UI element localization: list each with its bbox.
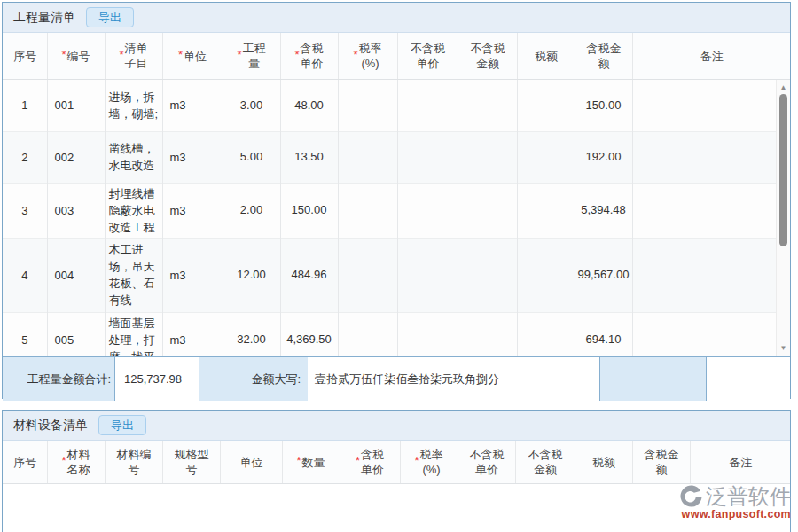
column-header-price: *含税 单价 [340, 441, 400, 484]
column-header-item: *清单 子目 [105, 33, 162, 80]
cell-code: 002 [47, 131, 105, 183]
vertical-scrollbar[interactable]: ▲ ▼ [776, 80, 790, 356]
cell-note [632, 80, 777, 131]
cell-amount: 694.10 [575, 312, 632, 356]
cell-tax-rate [338, 80, 397, 131]
cell-seq: 4 [3, 238, 47, 312]
required-asterisk: * [237, 48, 241, 61]
column-header-qty: *数量 [282, 441, 340, 484]
cell-tax-rate [338, 238, 397, 312]
quantity-list-rows: 1 001 进场，拆墙，砌墙; m3 3.00 48.00 150.00 2 0… [3, 80, 777, 356]
required-asterisk: * [119, 48, 123, 61]
cell-item: 木工进场，吊天花板、石有线 [105, 238, 162, 312]
cell-price-excl [397, 312, 458, 356]
cell-item: 墙面基层处理，打磨，找平 [105, 312, 162, 356]
cell-tax-rate [338, 312, 397, 356]
cell-price: 48.00 [280, 80, 338, 131]
quantity-list-header: 序号 *编号 *清单 子目 *单位 *工程 量 *含税 单价 *税率 (%) 不… [3, 33, 790, 80]
required-asterisk: * [178, 48, 183, 61]
quantity-totals-row: 工程量金额合计: 125,737.98 金额大写: 壹拾贰万伍仟柒佰叁拾柒元玖角… [3, 356, 790, 401]
cell-tax [517, 183, 575, 238]
cell-qty: 5.00 [223, 131, 280, 183]
column-header-seq: 序号 [3, 33, 47, 80]
column-header-amount-excl: 不含税 金额 [515, 441, 575, 484]
cell-item: 封埋线槽隐蔽水电改造工程 [105, 183, 162, 238]
cell-unit: m3 [162, 183, 223, 238]
cell-amount: 99,567.00 [575, 238, 632, 312]
cell-tax [517, 238, 575, 312]
cell-tax [517, 312, 575, 356]
table-row[interactable]: 2 002 凿线槽，水电改造 m3 5.00 13.50 192.00 [3, 131, 777, 183]
export-button[interactable]: 导出 [86, 7, 134, 27]
cell-price-excl [397, 80, 458, 131]
cell-qty: 2.00 [223, 183, 280, 238]
watermark: 泛普软件 www.fanpusoft.com [679, 482, 791, 520]
cell-note [632, 312, 777, 356]
cell-tax-rate [338, 131, 397, 183]
cell-seq: 2 [3, 131, 47, 183]
column-header-material-code: 材料编 号 [105, 441, 162, 484]
table-row[interactable]: 1 001 进场，拆墙，砌墙; m3 3.00 48.00 150.00 [3, 80, 777, 131]
column-header-unit: 单位 [220, 441, 282, 484]
cell-amount-excl [458, 131, 517, 183]
column-header-note: 备注 [632, 33, 790, 80]
cell-amount-excl [458, 183, 517, 238]
required-asterisk: * [353, 48, 357, 61]
table-row[interactable]: 4 004 木工进场，吊天花板、石有线 m3 12.00 484.96 99,5… [3, 238, 777, 312]
column-header-price-excl: 不含税 单价 [397, 33, 458, 80]
required-asterisk: * [294, 48, 299, 61]
table-row[interactable]: 3 003 封埋线槽隐蔽水电改造工程 m3 2.00 150.00 5,394.… [3, 183, 777, 238]
quantity-list-body: 1 001 进场，拆墙，砌墙; m3 3.00 48.00 150.00 2 0… [3, 80, 790, 356]
column-header-amount-excl: 不含税 金额 [458, 33, 517, 80]
cell-price: 484.96 [280, 238, 338, 312]
column-header-qty: *工程 量 [223, 33, 280, 80]
cell-note [632, 131, 777, 183]
cell-code: 004 [47, 238, 105, 312]
scroll-up-icon[interactable]: ▲ [777, 82, 790, 94]
amount-in-words-value: 壹拾贰万伍仟柒佰叁拾柒元玖角捌分 [308, 357, 600, 401]
panel-title: 工程量清单 [13, 10, 75, 26]
column-header-note: 备注 [690, 441, 790, 484]
total-amount-label: 工程量金额合计: [3, 357, 114, 401]
column-header-tax: 税额 [575, 441, 632, 484]
watermark-brand-text: 泛普软件 [706, 482, 791, 511]
cell-item: 凿线槽，水电改造 [105, 131, 162, 183]
table-row[interactable]: 5 005 墙面基层处理，打磨，找平 m3 32.00 4,369.50 694… [3, 312, 777, 356]
cell-note [632, 238, 777, 312]
amount-in-words-label: 金额大写: [200, 357, 308, 401]
cell-unit: m3 [162, 238, 223, 312]
column-header-tax-rate: *税率 (%) [400, 441, 458, 484]
column-header-amount: 含税金 额 [575, 33, 632, 80]
required-asterisk: * [61, 48, 66, 61]
cell-seq: 3 [3, 183, 47, 238]
page: 工程量清单 导出 序号 *编号 *清单 子目 *单位 *工程 量 *含税 单价 … [0, 0, 798, 532]
cell-unit: m3 [162, 312, 223, 356]
cell-unit: m3 [162, 80, 223, 131]
cell-amount-excl [458, 238, 517, 312]
required-asterisk: * [414, 454, 419, 467]
cell-code: 005 [47, 312, 105, 356]
cell-price: 13.50 [280, 131, 338, 183]
export-button[interactable]: 导出 [98, 415, 146, 435]
totals-blank-cell [600, 357, 707, 401]
column-header-code: *编号 [47, 33, 105, 80]
column-header-tax-rate: *税率 (%) [338, 33, 397, 80]
column-header-material-name: *材料 名称 [47, 441, 105, 484]
cell-code: 003 [47, 183, 105, 238]
cell-unit: m3 [162, 131, 223, 183]
cell-code: 001 [47, 80, 105, 131]
scroll-down-icon[interactable]: ▼ [777, 342, 790, 355]
cell-price: 150.00 [280, 183, 338, 238]
column-header-tax: 税额 [517, 33, 575, 80]
total-amount-value: 125,737.98 [114, 357, 200, 401]
scrollbar-thumb[interactable] [779, 94, 787, 246]
cell-amount: 150.00 [575, 80, 632, 131]
cell-qty: 32.00 [223, 312, 280, 356]
totals-blank-cell [707, 357, 790, 401]
cell-price: 4,369.50 [280, 312, 338, 356]
panel-title: 材料设备清单 [13, 418, 88, 434]
fanpu-logo-icon [679, 485, 703, 509]
cell-item: 进场，拆墙，砌墙; [105, 80, 162, 131]
cell-note [632, 183, 777, 238]
cell-qty: 12.00 [223, 238, 280, 312]
